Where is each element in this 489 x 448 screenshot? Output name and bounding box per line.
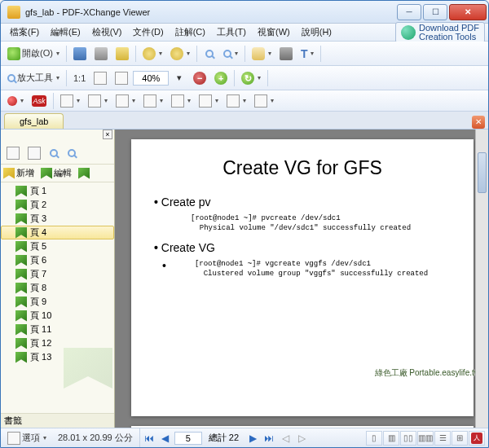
search-dd-button[interactable] <box>220 45 241 63</box>
annot-4[interactable] <box>140 92 166 110</box>
globe-icon <box>401 25 416 40</box>
menu-document[interactable]: 文件(D) <box>127 24 169 40</box>
download-tools-badge[interactable]: Download PDF Creation Tools <box>395 22 485 43</box>
bm-tool-4[interactable] <box>64 145 80 161</box>
goto-bookmark-button[interactable] <box>78 167 90 179</box>
menu-help[interactable]: 說明(H) <box>296 24 337 40</box>
app-icon <box>7 6 20 19</box>
options-icon <box>7 432 20 445</box>
layout-cont-facing-button[interactable]: ▥▥ <box>417 431 434 446</box>
bookmark-item[interactable]: 頁 10 <box>1 309 114 323</box>
zoom-value-input[interactable] <box>133 71 169 86</box>
fit-page-icon <box>94 72 107 85</box>
layout-single-button[interactable]: ▯ <box>366 431 382 446</box>
minimize-button[interactable]: ─ <box>397 4 421 20</box>
page-number-input[interactable] <box>174 432 202 445</box>
menu-file[interactable]: 檔案(F) <box>4 24 45 40</box>
back-button[interactable]: ◁ <box>278 431 293 446</box>
bookmark-edit-icon <box>41 168 52 179</box>
zoom-dd[interactable]: ▾ <box>170 69 188 87</box>
red-dot-icon <box>7 96 17 106</box>
actual-size-button[interactable]: 1:1 <box>70 69 89 87</box>
add-bookmark-button[interactable]: 新增 <box>3 167 34 179</box>
bookmark-item[interactable]: 頁 9 <box>1 295 114 309</box>
bookmark-item[interactable]: 頁 2 <box>1 198 114 212</box>
bookmark-label: 頁 8 <box>30 282 46 294</box>
snapshot-button[interactable] <box>276 45 296 63</box>
annot-2[interactable] <box>85 92 111 110</box>
annot-6[interactable] <box>196 92 222 110</box>
annot-7[interactable] <box>223 92 249 110</box>
ask-button[interactable]: Ask <box>29 92 50 110</box>
undo-button[interactable] <box>139 45 165 63</box>
first-page-button[interactable]: ⏮ <box>142 431 156 446</box>
close-panel-button[interactable]: × <box>103 130 112 139</box>
maximize-button[interactable]: ☐ <box>423 4 447 20</box>
options-button[interactable]: 選項 <box>4 429 50 447</box>
rotate-button[interactable]: ↻ <box>238 69 264 87</box>
print-button[interactable] <box>91 45 111 63</box>
bookmark-item[interactable]: 頁 5 <box>1 239 114 253</box>
menu-tool[interactable]: 工具(T) <box>211 24 252 40</box>
menu-view[interactable]: 檢視(V) <box>86 24 128 40</box>
bookmark-item[interactable]: 頁 1 <box>1 184 114 198</box>
bm-tool-3[interactable] <box>46 145 62 161</box>
select-text-button[interactable]: T <box>297 45 318 63</box>
bookmark-item[interactable]: 頁 3 <box>1 212 114 226</box>
bookmark-item[interactable]: 頁 6 <box>1 253 114 267</box>
document-tab[interactable]: gfs_lab <box>4 113 64 129</box>
red-dot-button[interactable] <box>4 92 27 110</box>
annot-1[interactable] <box>57 92 83 110</box>
layout-6-button[interactable]: ⊞ <box>452 431 468 446</box>
layout-5-button[interactable]: ☰ <box>434 431 451 446</box>
pdf-badge-button[interactable]: 人 <box>469 431 485 446</box>
search-icon-2 <box>223 50 231 58</box>
redo-button[interactable] <box>167 45 193 63</box>
email-button[interactable] <box>112 45 132 63</box>
annot-icon-6 <box>199 94 212 108</box>
bookmark-label: 頁 5 <box>30 240 46 253</box>
fit-page-button[interactable] <box>90 69 110 87</box>
prev-page-button[interactable]: ◀ <box>158 431 173 446</box>
bm-tool-1[interactable] <box>3 145 23 161</box>
next-page-button[interactable]: ▶ <box>245 431 260 446</box>
bookmark-item[interactable]: 頁 8 <box>1 281 114 295</box>
annot-8[interactable] <box>251 92 277 110</box>
scrollbar-thumb[interactable] <box>478 152 487 193</box>
toolbar-main: 開啟(O) T <box>1 42 488 66</box>
bookmark-item[interactable]: 頁 7 <box>1 267 114 281</box>
layout-cont-button[interactable]: ▥ <box>383 431 399 446</box>
find-button[interactable] <box>200 45 218 63</box>
menu-edit[interactable]: 編輯(E) <box>45 24 86 40</box>
annot-3[interactable] <box>112 92 139 110</box>
edit-bookmark-button[interactable]: 編輯 <box>41 167 72 179</box>
close-button[interactable]: ✕ <box>449 4 487 20</box>
annot-5[interactable] <box>168 92 194 110</box>
bookmark-add-icon <box>3 168 15 179</box>
bookmark-label: 頁 7 <box>30 268 46 280</box>
close-tab-button[interactable]: ✕ <box>472 116 485 129</box>
bookmark-item[interactable]: 頁 11 <box>1 323 114 336</box>
menu-window[interactable]: 視窗(W) <box>252 24 296 40</box>
save-button[interactable] <box>70 45 90 63</box>
fit-width-button[interactable] <box>112 69 131 87</box>
vertical-scrollbar[interactable] <box>475 130 488 428</box>
pdf-icon: 人 <box>471 433 482 444</box>
bookmark-label: 頁 6 <box>30 254 46 266</box>
forward-button[interactable]: ▷ <box>294 431 309 446</box>
zoom-out-button[interactable]: − <box>190 69 209 87</box>
last-page-button[interactable]: ⏭ <box>262 431 276 446</box>
bookmark-icon <box>15 241 27 253</box>
hand-tool-button[interactable] <box>249 45 275 63</box>
document-view[interactable]: Create VG for GFS Create pv [root@node1 … <box>115 130 488 428</box>
bookmark-item[interactable]: 頁 4 <box>1 226 114 239</box>
zoom-in-button[interactable]: + <box>211 69 231 87</box>
menu-comment[interactable]: 註解(C) <box>170 24 211 40</box>
bm-tool-2[interactable] <box>24 145 44 161</box>
panel-footer[interactable]: 書籤 <box>1 413 114 428</box>
bookmark-label: 頁 1 <box>30 185 46 197</box>
layout-facing-button[interactable]: ▯▯ <box>400 431 416 446</box>
zoom-tool-button[interactable]: 放大工具 <box>4 69 63 87</box>
open-button[interactable]: 開啟(O) <box>4 45 63 63</box>
bookmark-goto-icon <box>78 168 90 179</box>
